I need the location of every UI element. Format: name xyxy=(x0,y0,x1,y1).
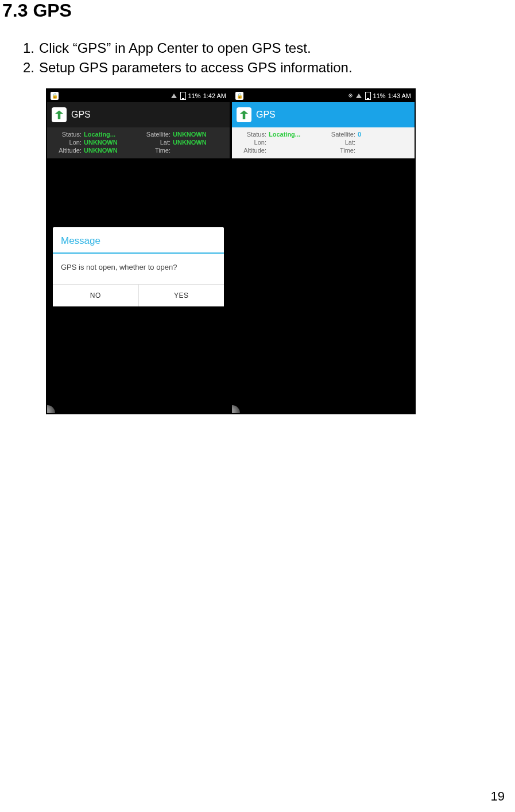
location-icon xyxy=(347,92,354,100)
app-bar: GPS xyxy=(47,102,230,127)
gps-info-panel: Status: Locating... Satellite: 0 Lon: La… xyxy=(232,127,415,158)
gps-info-panel: Status: Locating... Satellite: UNKNOWN L… xyxy=(47,127,230,158)
list-item: 1. Click “GPS” in App Center to open GPS… xyxy=(23,38,515,58)
lock-icon xyxy=(235,92,243,100)
status-bar: 11% 1:42 AM xyxy=(47,90,230,102)
list-number: 1. xyxy=(23,38,39,58)
dialog-actions: NO YES xyxy=(53,285,224,306)
lat-value: UNKNOWN xyxy=(173,139,226,146)
svg-marker-3 xyxy=(240,111,249,119)
altitude-label: Altitude: xyxy=(235,147,266,154)
instructions-list: 1. Click “GPS” in App Center to open GPS… xyxy=(23,38,515,77)
screen-body: Message GPS is not open, whether to open… xyxy=(47,158,230,413)
lat-label: Lat: xyxy=(140,139,171,146)
lon-label: Lon: xyxy=(51,139,82,146)
lock-icon xyxy=(51,92,59,100)
app-bar: GPS xyxy=(232,102,415,127)
section-heading: 7.3 GPS xyxy=(0,0,515,21)
dialog-yes-button[interactable]: YES xyxy=(139,285,224,306)
clock: 1:43 AM xyxy=(388,92,411,99)
screenshots-container: 11% 1:42 AM GPS Status: Locating... Sate… xyxy=(46,88,515,414)
time-label: Time: xyxy=(324,147,355,154)
signal-icon xyxy=(356,92,363,99)
lat-label: Lat: xyxy=(324,139,355,146)
screen-body xyxy=(232,158,415,413)
gps-app-icon xyxy=(237,107,251,122)
screenshot-right: 11% 1:43 AM GPS Status: Locating... Sate… xyxy=(231,88,416,414)
svg-marker-0 xyxy=(55,111,64,119)
time-label: Time: xyxy=(140,147,171,154)
signal-icon xyxy=(171,92,178,99)
battery-percent: 11% xyxy=(188,92,201,99)
satellite-label: Satellite: xyxy=(140,131,171,138)
list-text: Click “GPS” in App Center to open GPS te… xyxy=(39,38,311,58)
list-item: 2. Setup GPS parameters to access GPS in… xyxy=(23,58,515,77)
battery-percent: 11% xyxy=(373,92,386,99)
assistive-nub[interactable] xyxy=(231,405,240,414)
altitude-value: UNKNOWN xyxy=(84,147,137,154)
battery-icon xyxy=(180,92,186,100)
status-bar: 11% 1:43 AM xyxy=(232,90,415,102)
lon-value: UNKNOWN xyxy=(84,139,137,146)
clock: 1:42 AM xyxy=(203,92,226,99)
gps-open-dialog: Message GPS is not open, whether to open… xyxy=(53,227,224,306)
altitude-label: Altitude: xyxy=(51,147,82,154)
dialog-title: Message xyxy=(53,227,224,254)
satellite-value: 0 xyxy=(358,131,411,138)
list-text: Setup GPS parameters to access GPS infor… xyxy=(39,58,353,77)
dialog-no-button[interactable]: NO xyxy=(53,285,139,306)
satellite-value: UNKNOWN xyxy=(173,131,226,138)
status-label: Status: xyxy=(51,131,82,138)
status-value: Locating... xyxy=(269,131,322,138)
app-title: GPS xyxy=(71,110,91,120)
screenshot-left: 11% 1:42 AM GPS Status: Locating... Sate… xyxy=(46,88,231,414)
list-number: 2. xyxy=(23,58,39,77)
battery-icon xyxy=(365,92,371,100)
lon-label: Lon: xyxy=(235,139,266,146)
status-value: Locating... xyxy=(84,131,137,138)
app-title: GPS xyxy=(256,110,276,120)
satellite-label: Satellite: xyxy=(324,131,355,138)
svg-point-2 xyxy=(350,95,351,96)
page-number: 19 xyxy=(491,789,505,804)
status-label: Status: xyxy=(235,131,266,138)
gps-app-icon xyxy=(52,107,67,122)
assistive-nub[interactable] xyxy=(46,405,55,414)
dialog-body: GPS is not open, whether to open? xyxy=(53,254,224,285)
